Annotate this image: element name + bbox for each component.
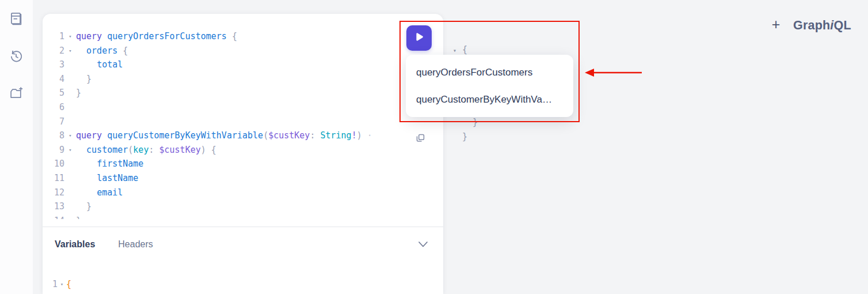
fold-arrow-icon[interactable]: ▾: [64, 29, 76, 44]
syntax-token: lastName: [97, 173, 138, 183]
code-line[interactable]: 13 }: [43, 199, 443, 214]
syntax-token: $custKey: [159, 145, 201, 155]
syntax-token: :: [149, 145, 159, 155]
syntax-token: (: [263, 130, 268, 141]
code-line[interactable]: 1▾query queryOrdersForCustomers {: [43, 29, 443, 44]
operations-dropdown: queryOrdersForCustomersqueryCustomerByKe…: [406, 55, 573, 117]
docs-button[interactable]: [5, 8, 28, 31]
code-text: }: [76, 86, 443, 100]
code-text: "custKey": "": [66, 292, 443, 294]
syntax-token: ) {: [201, 145, 216, 155]
logo-text: Graph: [793, 18, 830, 32]
code-line[interactable]: 3 total: [43, 58, 443, 72]
fold-gutter: [64, 214, 76, 219]
code-line[interactable]: 8▾query queryCustomerByKeyWithVariable($…: [43, 129, 443, 143]
syntax-token: firstName: [97, 159, 143, 169]
syntax-token: [76, 187, 97, 198]
syntax-token: [76, 59, 97, 70]
syntax-token: {: [117, 46, 128, 56]
code-line[interactable]: 4 }: [43, 72, 443, 86]
syntax-token: [76, 159, 97, 169]
code-text: }: [76, 214, 443, 219]
add-tab-button[interactable]: +: [768, 16, 784, 32]
syntax-token: [76, 173, 97, 183]
code-text: [76, 115, 443, 129]
variables-editor[interactable]: 1▾{2 "custKey": "": [43, 277, 443, 294]
new-folder-button[interactable]: [5, 83, 28, 106]
fold-gutter: [64, 199, 76, 214]
fold-gutter: [64, 58, 76, 72]
syntax-token: $custKey: [268, 130, 310, 141]
code-line[interactable]: 6: [43, 100, 443, 115]
code-text: firstName: [76, 157, 443, 171]
code-line[interactable]: 10 firstName: [43, 157, 443, 171]
syntax-token: orders: [86, 46, 117, 56]
code-text: lastName: [76, 171, 443, 186]
line-number: 2: [43, 292, 58, 294]
code-text: }: [76, 72, 443, 86]
syntax-token: key: [133, 145, 149, 155]
code-text: }: [76, 199, 443, 214]
line-number: 6: [43, 100, 64, 115]
history-button[interactable]: [5, 46, 28, 69]
collapse-panel-button[interactable]: [418, 240, 429, 249]
code-line[interactable]: 14}: [43, 214, 443, 219]
code-line[interactable]: 12 email: [43, 186, 443, 200]
variables-panel: VariablesHeaders 1▾{2 "custKey": "": [43, 227, 443, 294]
docs-icon: [9, 11, 24, 28]
query-editor[interactable]: 1▾query queryOrdersForCustomers {2▾ orde…: [43, 14, 443, 219]
code-text: [76, 100, 443, 115]
line-number: 10: [43, 157, 64, 171]
editor-card: 1▾query queryOrdersForCustomers {2▾ orde…: [43, 14, 443, 294]
fold-arrow-icon[interactable]: ▾: [64, 129, 76, 143]
fold-arrow-icon[interactable]: ▾: [64, 143, 76, 157]
code-line[interactable]: 1▾{: [43, 277, 443, 292]
code-line[interactable]: 11 lastName: [43, 171, 443, 186]
response-close-brace-inner: }: [473, 117, 478, 127]
chevron-down-icon: [418, 240, 428, 250]
code-text: {: [66, 277, 443, 292]
fold-arrow-icon[interactable]: ▾: [58, 277, 66, 292]
fold-arrow-icon[interactable]: ▾: [64, 44, 76, 58]
fold-gutter: [64, 72, 76, 86]
syntax-token: }: [76, 74, 92, 84]
fold-gutter: [64, 171, 76, 186]
syntax-token: customer: [86, 145, 128, 155]
code-line[interactable]: 7: [43, 115, 443, 129]
code-line[interactable]: 2 "custKey": "": [43, 292, 443, 294]
line-number: 8: [43, 129, 64, 143]
syntax-token: [102, 31, 107, 42]
code-line[interactable]: 2▾ orders {: [43, 44, 443, 58]
syntax-token: }: [76, 88, 81, 98]
operation-item[interactable]: queryOrdersForCustomers: [406, 59, 573, 86]
syntax-token: query: [76, 130, 102, 141]
syntax-token: [76, 46, 86, 56]
sidebar: [0, 0, 33, 294]
syntax-token: String: [320, 130, 351, 141]
line-number: 9: [43, 143, 64, 157]
operation-item[interactable]: queryCustomerByKeyWithVa…: [406, 86, 573, 113]
annotation-arrow-icon: [583, 66, 644, 82]
graphiql-logo: GraphiQL: [793, 18, 851, 33]
line-number: 12: [43, 186, 64, 200]
syntax-token: ·: [362, 130, 372, 141]
code-text: email: [76, 186, 443, 200]
execute-query-button[interactable]: [406, 25, 432, 51]
syntax-token: }: [76, 216, 81, 219]
fold-gutter: [64, 100, 76, 115]
response-fold-icon[interactable]: ▾: [453, 47, 456, 54]
syntax-token: }: [76, 201, 92, 212]
code-text: total: [76, 58, 443, 72]
copy-query-button[interactable]: [410, 130, 431, 149]
code-text: customer(key: $custKey) {: [76, 143, 443, 157]
code-line[interactable]: 9▾ customer(key: $custKey) {: [43, 143, 443, 157]
syntax-token: email: [97, 187, 123, 198]
code-line[interactable]: 5}: [43, 86, 443, 100]
fold-gutter: [64, 115, 76, 129]
tab-headers[interactable]: Headers: [118, 239, 153, 250]
syntax-token: {: [66, 279, 71, 289]
tab-variables[interactable]: Variables: [55, 239, 95, 250]
variables-editor-lines: 1▾{2 "custKey": "": [43, 277, 443, 294]
syntax-token: [76, 145, 86, 155]
fold-gutter: [64, 157, 76, 171]
